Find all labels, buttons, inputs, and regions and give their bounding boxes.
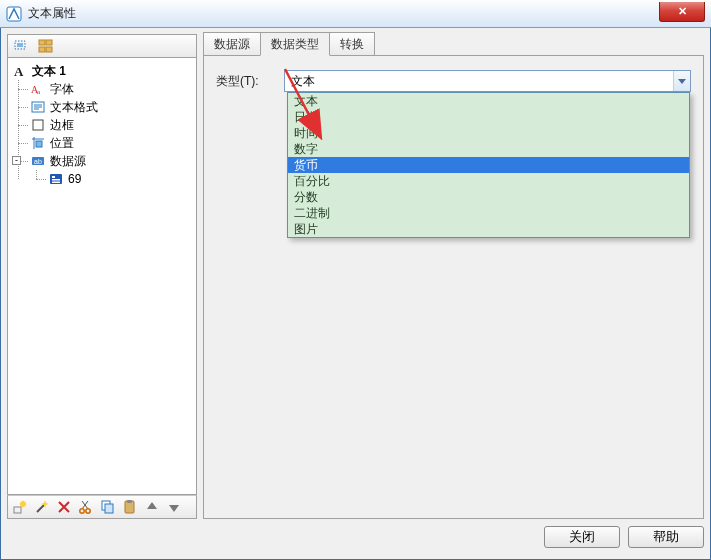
tab-pane: 类型(T): 文本 文本 日期 时间 数字 货币 百分比	[203, 55, 704, 519]
left-panel: A 文本 1 Aa 字体	[7, 34, 197, 519]
chevron-down-icon	[673, 71, 690, 91]
type-combobox-value: 文本	[285, 73, 673, 90]
button-label: 帮助	[653, 528, 679, 546]
tree-root-label: 文本 1	[32, 63, 66, 80]
svg-rect-5	[39, 47, 45, 52]
datasource-icon: ab	[30, 153, 46, 169]
svg-rect-2	[17, 43, 23, 47]
svg-point-26	[80, 509, 84, 513]
tree-item-label: 位置	[50, 135, 74, 152]
svg-rect-14	[33, 120, 43, 130]
tree-item-datasource-child[interactable]: 69	[46, 170, 194, 188]
svg-rect-21	[52, 176, 55, 178]
dropdown-option[interactable]: 文本	[288, 93, 689, 109]
tree-item-position[interactable]: 位置	[28, 134, 194, 152]
svg-text:A: A	[14, 64, 24, 78]
tree-item-datasource[interactable]: ab 数据源	[28, 152, 194, 170]
tree-expander[interactable]: -	[12, 156, 21, 165]
type-label: 类型(T):	[216, 73, 276, 90]
tab-label: 数据源	[214, 37, 250, 51]
dropdown-option[interactable]: 时间	[288, 125, 689, 141]
toolbar-btn-down[interactable]	[164, 497, 184, 517]
title-bar: 文本属性 ✕	[0, 0, 711, 28]
toolbar-btn-layout[interactable]	[36, 36, 56, 56]
border-icon	[30, 117, 46, 133]
toolbar-btn-new[interactable]	[10, 497, 30, 517]
toolbar-btn-select-all[interactable]	[12, 36, 32, 56]
tree-item-label: 文本格式	[50, 99, 98, 116]
dropdown-option[interactable]: 二进制	[288, 205, 689, 221]
svg-rect-29	[105, 504, 113, 513]
tree-item-font[interactable]: Aa 字体	[28, 80, 194, 98]
toolbar-btn-cut[interactable]	[76, 497, 96, 517]
dropdown-option[interactable]: 图片	[288, 221, 689, 237]
text-icon: A	[12, 63, 28, 79]
dropdown-option[interactable]: 数字	[288, 141, 689, 157]
window-close-button[interactable]: ✕	[659, 2, 705, 22]
tree-root[interactable]: A 文本 1	[10, 62, 194, 80]
close-icon: ✕	[678, 5, 687, 18]
type-dropdown[interactable]: 文本 日期 时间 数字 货币 百分比 分数 二进制 图片	[287, 92, 690, 238]
svg-rect-22	[52, 179, 60, 181]
button-label: 关闭	[569, 528, 595, 546]
toolbar-btn-paste[interactable]	[120, 497, 140, 517]
tab-label: 数据类型	[271, 37, 319, 51]
right-panel: 数据源 数据类型 转换 类型(T): 文本 文本 日期	[203, 34, 704, 519]
svg-rect-6	[46, 47, 52, 52]
tree-item-label: 数据源	[50, 153, 86, 170]
app-icon	[6, 6, 22, 22]
svg-rect-23	[52, 182, 60, 184]
help-button[interactable]: 帮助	[628, 526, 704, 548]
position-icon	[30, 135, 46, 151]
dialog-footer: 关闭 帮助	[7, 523, 704, 551]
svg-text:a: a	[37, 88, 41, 96]
font-icon: Aa	[30, 81, 46, 97]
tree-item-label: 字体	[50, 81, 74, 98]
tab-datatype[interactable]: 数据类型	[260, 32, 330, 56]
tab-datasource[interactable]: 数据源	[203, 32, 261, 56]
tree-view[interactable]: A 文本 1 Aa 字体	[7, 58, 197, 495]
type-combobox[interactable]: 文本	[284, 70, 691, 92]
tab-label: 转换	[340, 37, 364, 51]
left-bottom-toolbar	[7, 495, 197, 519]
svg-rect-4	[46, 40, 52, 45]
data-field-icon	[48, 171, 64, 187]
svg-text:ab: ab	[34, 158, 42, 165]
tab-transform[interactable]: 转换	[329, 32, 375, 56]
tree-item-border[interactable]: 边框	[28, 116, 194, 134]
close-button[interactable]: 关闭	[544, 526, 620, 548]
dropdown-option-highlighted[interactable]: 货币	[288, 157, 689, 173]
textformat-icon	[30, 99, 46, 115]
svg-rect-17	[36, 141, 42, 147]
window-title: 文本属性	[28, 5, 76, 22]
tab-strip: 数据源 数据类型 转换	[203, 34, 704, 56]
dropdown-option[interactable]: 日期	[288, 109, 689, 125]
svg-rect-25	[14, 507, 21, 513]
tree-item-label: 边框	[50, 117, 74, 134]
toolbar-btn-delete[interactable]	[54, 497, 74, 517]
dropdown-option[interactable]: 百分比	[288, 173, 689, 189]
tree-item-label: 69	[68, 172, 81, 186]
svg-rect-3	[39, 40, 45, 45]
left-top-toolbar	[7, 34, 197, 58]
tree-item-textformat[interactable]: 文本格式	[28, 98, 194, 116]
toolbar-btn-wizard[interactable]	[32, 497, 52, 517]
client-area: A 文本 1 Aa 字体	[0, 28, 711, 560]
svg-point-27	[86, 509, 90, 513]
dropdown-option[interactable]: 分数	[288, 189, 689, 205]
toolbar-btn-copy[interactable]	[98, 497, 118, 517]
svg-rect-31	[127, 500, 132, 503]
toolbar-btn-up[interactable]	[142, 497, 162, 517]
